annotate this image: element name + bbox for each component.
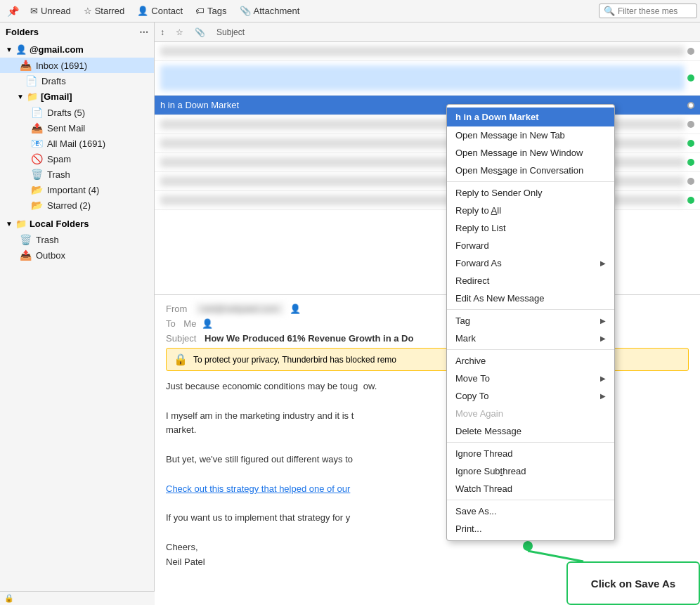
starred-button[interactable]: ☆ Starred — [78, 4, 131, 18]
ctx-reply-sender[interactable]: Reply to Sender Only — [447, 184, 614, 202]
folders-options-icon[interactable]: ⋯ — [139, 27, 148, 37]
sidebar-item-important[interactable]: 📂 Important (4) — [0, 182, 154, 197]
spam-icon: 🚫 — [31, 153, 43, 164]
sidebar: Folders ⋯ ▼ 👤 @gmail.com 📥 Inbox (1691) … — [0, 22, 155, 605]
sidebar-item-all-mail[interactable]: 📧 All Mail (1691) — [0, 136, 154, 151]
message-list-header: ↕ ☆ 📎 Subject — [155, 22, 700, 42]
table-row[interactable] — [155, 134, 700, 153]
trash-label: Trash — [47, 169, 70, 180]
sidebar-item-drafts[interactable]: 📄 Drafts — [0, 73, 154, 89]
drafts-label: Drafts — [41, 76, 66, 86]
email-link[interactable]: Check out this strategy that helped one … — [166, 483, 350, 494]
read-dot — [687, 102, 694, 109]
to-label: To — [166, 318, 176, 329]
ctx-tag[interactable]: Tag ▶ — [447, 312, 614, 330]
sidebar-item-spam[interactable]: 🚫 Spam — [0, 151, 154, 167]
ctx-ignore-subthread[interactable]: Ignore Subthread — [447, 462, 614, 480]
sidebar-item-gmail-drafts[interactable]: 📄 Drafts (5) — [0, 105, 154, 120]
sent-label: Sent Mail — [47, 123, 85, 134]
ctx-open-window[interactable]: Open Message in New Window — [447, 144, 614, 162]
local-collapse-icon: ▼ — [6, 220, 13, 228]
table-row[interactable] — [155, 191, 700, 210]
folders-title: Folders — [6, 27, 39, 37]
ctx-sep-5 — [447, 500, 614, 500]
read-dot — [687, 140, 694, 147]
ctx-move-to[interactable]: Move To ▶ — [447, 370, 614, 387]
pin-icon[interactable]: 📌 — [3, 4, 23, 19]
filter-box[interactable]: 🔍 — [599, 4, 697, 18]
context-menu-header: h in a Down Market — [447, 108, 614, 126]
important-label: Important (4) — [47, 185, 99, 195]
contact-link-icon[interactable]: 👤 — [290, 304, 301, 314]
contact-label: Contact — [151, 6, 183, 16]
tags-button[interactable]: 🏷 Tags — [190, 4, 232, 18]
sort-icon1[interactable]: ↕ — [160, 27, 164, 37]
important-icon: 📂 — [31, 184, 43, 195]
table-row[interactable] — [155, 42, 700, 61]
ctx-reply-all[interactable]: Reply to All — [447, 202, 614, 219]
sidebar-item-trash[interactable]: 🗑️ Trash — [0, 167, 154, 182]
gmail-folder-icon: 📁 — [27, 91, 38, 102]
ctx-mark[interactable]: Mark ▶ — [447, 330, 614, 347]
unread-button[interactable]: ✉ Unread — [25, 4, 77, 18]
ctx-open-conversation[interactable]: Open Message in Conversation — [447, 162, 614, 179]
save-as-dot — [523, 541, 533, 551]
table-row[interactable] — [155, 172, 700, 191]
ctx-move-again: Move Again — [447, 405, 614, 422]
filter-input[interactable] — [618, 6, 692, 16]
tooltip-text: Click on Save As — [591, 578, 675, 590]
sidebar-item-starred[interactable]: 📂 Starred (2) — [0, 197, 154, 213]
move-to-arrow: ▶ — [600, 375, 606, 382]
ctx-reply-list[interactable]: Reply to List — [447, 219, 614, 237]
to-value: Me — [183, 318, 196, 329]
content-area: ↕ ☆ 📎 Subject h in a Down Market — [155, 22, 700, 605]
ctx-open-tab[interactable]: Open Message in New Tab — [447, 126, 614, 144]
ctx-forward[interactable]: Forward — [447, 237, 614, 254]
sidebar-item-sent[interactable]: 📤 Sent Mail — [0, 120, 154, 136]
read-dot — [687, 121, 694, 128]
local-folders-header[interactable]: ▼ 📁 Local Folders — [0, 216, 154, 232]
account-email: @gmail.com — [30, 44, 84, 55]
ctx-save-as[interactable]: Save As... — [447, 502, 614, 520]
sidebar-item-inbox[interactable]: 📥 Inbox (1691) — [0, 58, 154, 73]
read-dot — [687, 48, 694, 55]
attachment-button[interactable]: 📎 Attachment — [234, 4, 306, 18]
collapse-icon: ▼ — [6, 46, 13, 53]
ctx-print[interactable]: Print... — [447, 520, 614, 538]
ctx-delete[interactable]: Delete Message — [447, 422, 614, 440]
starred-folder-icon: 📂 — [31, 200, 43, 211]
sidebar-item-outbox[interactable]: 📤 Outbox — [0, 247, 154, 263]
mark-arrow: ▶ — [600, 334, 606, 342]
ctx-archive[interactable]: Archive — [447, 352, 614, 370]
outbox-label: Outbox — [36, 250, 65, 261]
all-mail-label: All Mail (1691) — [47, 138, 105, 149]
table-row[interactable]: h in a Down Market — [155, 96, 700, 115]
message-subject — [160, 46, 685, 56]
table-row[interactable] — [155, 115, 700, 134]
subject-label: Subject — [166, 333, 196, 344]
local-trash-label: Trash — [36, 235, 59, 245]
tag-icon: 🏷 — [195, 6, 205, 16]
ctx-ignore-thread[interactable]: Ignore Thread — [447, 445, 614, 462]
ctx-edit-new[interactable]: Edit As New Message — [447, 290, 614, 307]
ctx-sep-4 — [447, 442, 614, 443]
privacy-text: To protect your privacy, Thunderbird has… — [193, 355, 396, 365]
subject-col-header[interactable]: Subject — [216, 27, 245, 37]
attach-col-icon[interactable]: 📎 — [195, 27, 205, 37]
message-subject — [160, 65, 685, 91]
folders-header: Folders ⋯ — [0, 22, 154, 41]
ctx-redirect[interactable]: Redirect — [447, 272, 614, 290]
unread-icon: ✉ — [30, 6, 38, 16]
contact-button[interactable]: 👤 Contact — [131, 4, 188, 18]
star-col-icon[interactable]: ☆ — [176, 27, 183, 37]
table-row[interactable] — [155, 61, 700, 96]
contact-icon: 👤 — [137, 6, 148, 16]
ctx-copy-to[interactable]: Copy To ▶ — [447, 387, 614, 405]
ctx-forward-as[interactable]: Forward As ▶ — [447, 254, 614, 272]
unread-label: Unread — [41, 6, 71, 16]
sidebar-item-local-trash[interactable]: 🗑️ Trash — [0, 232, 154, 247]
table-row[interactable] — [155, 153, 700, 172]
account-header[interactable]: ▼ 👤 @gmail.com — [0, 41, 154, 58]
ctx-watch-thread[interactable]: Watch Thread — [447, 480, 614, 497]
gmail-group-header[interactable]: ▼ 📁 [Gmail] — [0, 89, 154, 105]
